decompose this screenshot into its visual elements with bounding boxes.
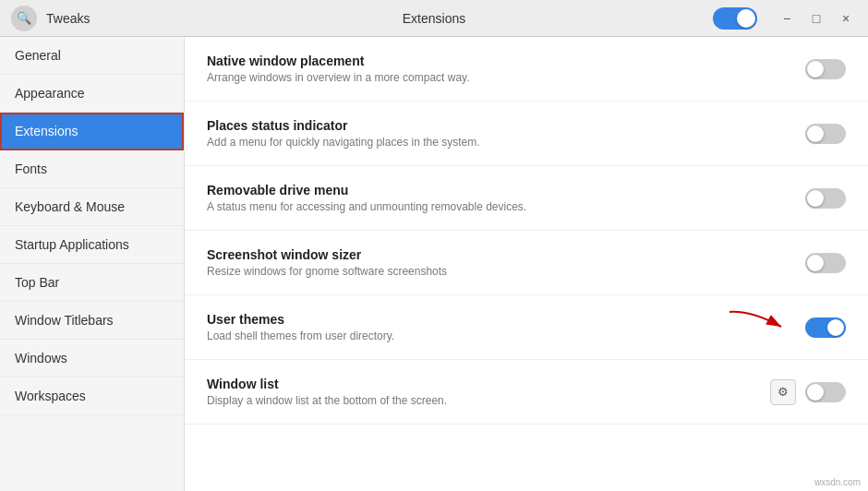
sidebar-item-general[interactable]: General (0, 37, 184, 75)
extension-info-places-status-indicator: Places status indicatorAdd a menu for qu… (207, 118, 805, 149)
extension-title-window-list: Window list (207, 377, 770, 391)
search-icon: 🔍 (17, 11, 31, 25)
extension-controls-removable-drive-menu (805, 188, 846, 209)
global-extensions-toggle[interactable] (713, 7, 757, 30)
sidebar-item-top-bar[interactable]: Top Bar (0, 264, 184, 302)
titlebar-left: 🔍 Tweaks (11, 6, 90, 31)
extension-controls-places-status-indicator (805, 124, 846, 144)
sidebar-item-fonts[interactable]: Fonts (0, 150, 184, 188)
titlebar-right: − □ × (713, 7, 857, 30)
extension-title-user-themes: User themes (207, 312, 805, 327)
extension-desc-window-list: Display a window list at the bottom of t… (207, 394, 770, 407)
titlebar: 🔍 Tweaks Extensions − □ × (0, 0, 868, 37)
extension-info-window-list: Window listDisplay a window list at the … (207, 377, 770, 407)
close-button[interactable]: × (835, 7, 857, 30)
extension-item-removable-drive-menu: Removable drive menuA status menu for ac… (185, 166, 868, 231)
extension-info-screenshot-window-sizer: Screenshot window sizerResize windows fo… (207, 247, 805, 278)
search-button[interactable]: 🔍 (11, 6, 37, 31)
extension-desc-removable-drive-menu: A status menu for accessing and unmounti… (207, 200, 805, 213)
sidebar-item-window-titlebars[interactable]: Window Titlebars (0, 302, 184, 340)
main-content: GeneralAppearanceExtensionsFontsKeyboard… (0, 37, 868, 491)
extension-item-window-list: Window listDisplay a window list at the … (185, 360, 868, 425)
extension-title-screenshot-window-sizer: Screenshot window sizer (207, 247, 805, 262)
extension-info-user-themes: User themesLoad shell themes from user d… (207, 312, 805, 342)
sidebar-item-startup-applications[interactable]: Startup Applications (0, 226, 184, 264)
extension-desc-user-themes: Load shell themes from user directory. (207, 329, 805, 342)
extension-controls-window-list: ⚙ (770, 379, 846, 405)
extension-item-places-status-indicator: Places status indicatorAdd a menu for qu… (185, 102, 868, 166)
extension-item-screenshot-window-sizer: Screenshot window sizerResize windows fo… (185, 231, 868, 295)
extension-toggle-screenshot-window-sizer[interactable] (805, 253, 846, 273)
extension-toggle-user-themes[interactable] (805, 317, 846, 338)
extension-toggle-places-status-indicator[interactable] (805, 124, 846, 144)
titlebar-center-title: Extensions (403, 11, 465, 26)
extension-title-native-window-placement: Native window placement (207, 54, 805, 68)
extension-item-user-themes: User themesLoad shell themes from user d… (185, 295, 868, 360)
extension-info-removable-drive-menu: Removable drive menuA status menu for ac… (207, 183, 805, 213)
app-title: Tweaks (46, 11, 90, 26)
sidebar-item-keyboard-mouse[interactable]: Keyboard & Mouse (0, 188, 184, 226)
sidebar-item-workspaces[interactable]: Workspaces (0, 377, 184, 415)
extension-toggle-removable-drive-menu[interactable] (805, 188, 846, 209)
extension-desc-places-status-indicator: Add a menu for quickly navigating places… (207, 136, 805, 149)
extension-title-places-status-indicator: Places status indicator (207, 118, 805, 133)
sidebar-item-windows[interactable]: Windows (0, 340, 184, 377)
extension-controls-native-window-placement (805, 59, 846, 79)
extension-info-native-window-placement: Native window placementArrange windows i… (207, 54, 805, 84)
extension-settings-button-window-list[interactable]: ⚙ (770, 379, 796, 405)
extension-toggle-native-window-placement[interactable] (805, 59, 846, 79)
extension-title-removable-drive-menu: Removable drive menu (207, 183, 805, 198)
minimize-button[interactable]: − (776, 7, 798, 30)
sidebar-item-extensions[interactable]: Extensions (0, 113, 184, 150)
extension-item-native-window-placement: Native window placementArrange windows i… (185, 37, 868, 102)
extension-desc-screenshot-window-sizer: Resize windows for gnome software screen… (207, 265, 805, 278)
sidebar-item-appearance[interactable]: Appearance (0, 75, 184, 113)
sidebar: GeneralAppearanceExtensionsFontsKeyboard… (0, 37, 185, 491)
extension-desc-native-window-placement: Arrange windows in overview in a more co… (207, 71, 805, 84)
extension-controls-user-themes (805, 317, 846, 338)
maximize-button[interactable]: □ (805, 7, 827, 30)
extensions-content: Native window placementArrange windows i… (185, 37, 868, 491)
extension-controls-screenshot-window-sizer (805, 253, 846, 273)
watermark: wxsdn.com (814, 477, 861, 487)
extension-toggle-window-list[interactable] (805, 382, 846, 402)
